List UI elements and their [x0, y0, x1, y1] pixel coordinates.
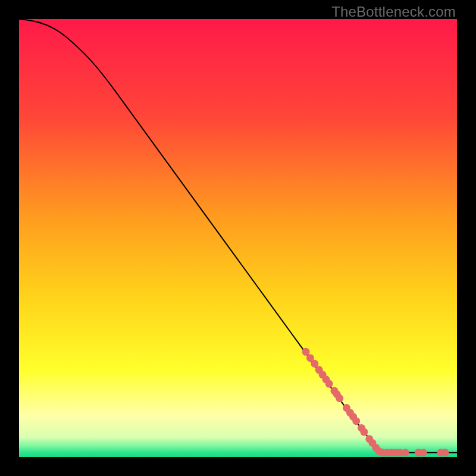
watermark-text: TheBottleneck.com: [331, 4, 456, 20]
data-point-marker: [402, 449, 409, 456]
gradient-background: [19, 19, 457, 457]
data-point-marker: [441, 449, 449, 456]
data-point-marker: [325, 380, 333, 388]
chart-svg: [19, 19, 457, 457]
chart-plot-area: [19, 19, 457, 457]
data-point-marker: [352, 417, 360, 425]
data-point-marker: [360, 428, 368, 436]
data-point-marker: [336, 394, 343, 402]
data-point-marker: [419, 449, 427, 456]
outer-black-frame: TheBottleneck.com: [0, 0, 476, 476]
